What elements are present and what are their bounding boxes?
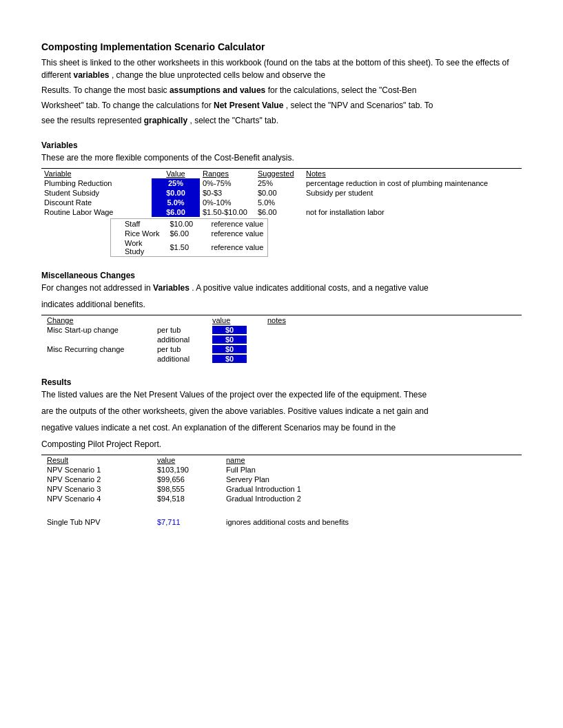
misc-recurring-sub2: additional [152,354,207,364]
variables-section: Variables These are the more flexible co… [41,141,522,257]
result-label-2: NPV Scenario 3 [41,484,152,494]
var-suggested-3: $6.00 [255,207,303,217]
result-label-1: NPV Scenario 2 [41,475,152,484]
result-label-0: NPV Scenario 1 [41,465,152,475]
results-section: Results The listed values are the Net Pr… [41,377,522,527]
ref-value-2: $1.50 [166,238,207,257]
results-table: Result value name NPV Scenario 1 $103,19… [41,455,522,527]
var-name-0: Plumbing Reduction [41,178,152,188]
var-note-2 [303,198,522,207]
misc-startup-val2[interactable]: $0 [207,335,262,344]
result-row-2: NPV Scenario 3 $98,555 Gradual Introduct… [41,484,522,494]
misc-table: Change value notes Misc Start-up change … [41,315,522,364]
ref-text-0: reference value [207,219,268,229]
intro-section: This sheet is linked to the other worksh… [41,56,522,127]
var-range-3: $1.50-$10.00 [200,207,255,217]
results-desc1: The listed values are the Net Present Va… [41,388,522,401]
var-value-3[interactable]: $6.00 [152,207,200,217]
ref-row: Staff $10.00 reference value [111,219,268,229]
single-tub-value: $7,711 [152,517,221,527]
col-suggested: Suggested [255,169,303,179]
var-range-0: 0%-75% [200,178,255,188]
variables-desc: These are the more flexible components o… [41,152,522,164]
results-desc3: negative values indicate a net cost. An … [41,422,522,434]
var-note-3: not for installation labor [303,207,522,217]
ref-value-1: $6.00 [166,229,207,238]
results-desc2: are the outputs of the other worksheets,… [41,405,522,417]
ref-row: Rice Work $6.00 reference value [111,229,268,238]
result-value-3: $94,518 [152,494,221,503]
results-title: Results [41,377,522,387]
result-row-3: NPV Scenario 4 $94,518 Gradual Introduct… [41,494,522,503]
single-tub-label: Single Tub NPV [41,517,152,527]
misc-startup-name: Misc Start-up change [41,325,152,335]
intro-line2: Results. To change the most basic assump… [41,84,522,96]
var-note-0: percentage reduction in cost of plumbing… [303,178,522,188]
table-row: Student Subsidy $0.00 $0-$3 $0.00 Subsid… [41,188,522,198]
misc-recurring-name: Misc Recurring change [41,344,152,354]
misc-col-sub [152,315,207,326]
misc-startup-val1-cell[interactable]: $0 [212,326,247,334]
result-label-3: NPV Scenario 4 [41,494,152,503]
misc-row-recurring-additional: additional $0 [41,354,522,364]
intro-line3: Worksheet" tab. To change the calculatio… [41,99,522,112]
misc-col-change: Change [41,315,152,326]
variables-title: Variables [41,141,522,150]
col-value: Value [152,169,200,179]
var-suggested-1: $0.00 [255,188,303,198]
result-name-3: Gradual Introduction 2 [221,494,522,503]
misc-recurring-val2-cell[interactable]: $0 [212,355,247,363]
result-name-2: Gradual Introduction 1 [221,484,522,494]
misc-startup-val2-cell[interactable]: $0 [212,335,247,344]
misc-startup-sub1: per tub [152,325,207,335]
misc-col-notes: notes [262,315,522,326]
var-suggested-0: 25% [255,178,303,188]
intro-line1: This sheet is linked to the other worksh… [41,56,522,81]
var-value-2[interactable]: 5.0% [152,198,200,207]
var-name-1: Student Subsidy [41,188,152,198]
page-title: Composting Implementation Scenario Calcu… [41,41,522,52]
ref-text-1: reference value [207,229,268,238]
var-note-1: Subsidy per student [303,188,522,198]
result-row-0: NPV Scenario 1 $103,190 Full Plan [41,465,522,475]
table-row: Plumbing Reduction 25% 0%-75% 25% percen… [41,178,522,188]
col-ranges: Ranges [200,169,255,179]
ref-label-2: Work Study [111,238,166,257]
ref-value-0: $10.00 [166,219,207,229]
table-row: Routine Labor Wage $6.00 $1.50-$10.00 $6… [41,207,522,217]
ref-text-2: reference value [207,238,268,257]
misc-startup-val1[interactable]: $0 [207,325,262,335]
misc-row-startup-additional: additional $0 [41,335,522,344]
misc-recurring-val1-cell[interactable]: $0 [212,345,247,353]
col-variable: Variable [41,169,152,179]
misc-section: Miscellaneous Changes For changes not ad… [41,271,522,364]
result-row-1: NPV Scenario 2 $99,656 Servery Plan [41,475,522,484]
ref-label-1: Rice Work [111,229,166,238]
misc-title: Miscellaneous Changes [41,271,522,280]
var-value-0[interactable]: 25% [152,178,200,188]
var-suggested-2: 5.0% [255,198,303,207]
ref-row: Work Study $1.50 reference value [111,238,268,257]
results-col-name: name [221,455,522,466]
var-name-2: Discount Rate [41,198,152,207]
result-value-0: $103,190 [152,465,221,475]
ref-label-0: Staff [111,219,166,229]
results-desc4: Composting Pilot Project Report. [41,438,522,450]
result-value-2: $98,555 [152,484,221,494]
misc-desc: For changes not addressed in Variables .… [41,282,522,294]
misc-desc2: indicates additional benefits. [41,298,522,311]
single-tub-note: ignores additional costs and benefits [221,517,522,527]
result-row-spacer [41,503,522,517]
result-row-single-tub: Single Tub NPV $7,711 ignores additional… [41,517,522,527]
var-value-1[interactable]: $0.00 [152,188,200,198]
misc-recurring-val2[interactable]: $0 [207,354,262,364]
results-col-result: Result [41,455,152,466]
result-name-0: Full Plan [221,465,522,475]
misc-row-startup: Misc Start-up change per tub $0 [41,325,522,335]
misc-row-recurring: Misc Recurring change per tub $0 [41,344,522,354]
intro-line4: see the results represented graphically … [41,114,522,127]
misc-startup-sub2: additional [152,335,207,344]
misc-recurring-val1[interactable]: $0 [207,344,262,354]
misc-col-value: value [207,315,262,326]
col-notes: Notes [303,169,522,179]
